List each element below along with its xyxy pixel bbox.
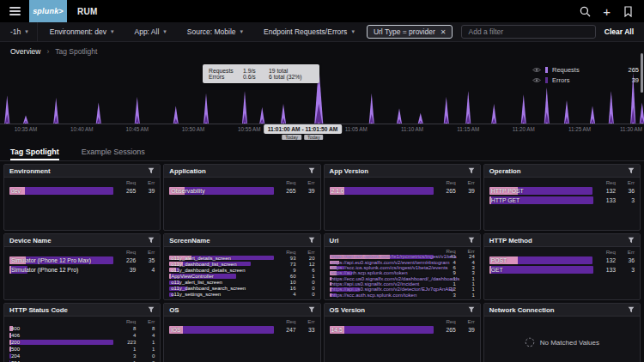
- add-filter-input[interactable]: Add a filter: [461, 25, 595, 39]
- request-bar: [330, 326, 434, 334]
- source-dropdown[interactable]: Source: Mobile ▾: [179, 22, 252, 41]
- tag-row-o11y-alert-list-screen[interactable]: o11y_alert_list_screen100: [169, 280, 314, 286]
- tag-row-post[interactable]: POST13236: [489, 256, 635, 265]
- bar-area: HTTP GET: [489, 196, 593, 205]
- panel-header: Environment: [4, 165, 160, 178]
- tag-row-simulator-iphone-12-pro-max[interactable]: Simulator (iPhone 12 Pro Max)22635: [9, 256, 155, 265]
- tag-row-http-get[interactable]: HTTP GET1333: [489, 196, 635, 205]
- tag-row-204[interactable]: 20430: [9, 353, 155, 359]
- filter-funnel-icon[interactable]: [628, 167, 635, 174]
- legend-errors[interactable]: Errors 39: [532, 75, 639, 85]
- tag-row-o11y-dashboard-search-screen[interactable]: o11y_dashboard_search_screen160: [169, 286, 314, 292]
- req-value: 132: [593, 188, 616, 194]
- environment-dropdown[interactable]: Environment: dev ▾: [41, 22, 123, 41]
- menu-icon[interactable]: [0, 7, 29, 15]
- tag-row-appviewcontroller[interactable]: AppViewController601: [169, 273, 314, 279]
- x-axis-tick: 11:10 AM: [401, 126, 423, 132]
- err-column-header: Err: [136, 179, 155, 185]
- tag-row-406[interactable]: 40644: [9, 332, 155, 339]
- tag-row-http-post[interactable]: HTTP POST13236: [489, 186, 635, 196]
- chevron-down-icon: ▾: [240, 28, 244, 35]
- bar-label: AppViewController: [171, 273, 214, 279]
- clear-all-button[interactable]: Clear All: [605, 27, 637, 36]
- metric-dropdown[interactable]: Endpoint Requests/Errors ▾: [255, 22, 363, 41]
- x-axis-tick: 10:45 AM: [125, 126, 149, 132]
- app-dropdown[interactable]: App: All ▾: [125, 22, 174, 41]
- req-value: 133: [593, 197, 616, 203]
- filter-funnel-icon[interactable]: [148, 237, 155, 244]
- tag-row-https-scc-auth-scp-splunk-com-token[interactable]: https://scc.auth.scp.splunk.com/token31: [330, 293, 475, 298]
- tag-row-2-1-0[interactable]: 2.1.026539: [330, 186, 475, 196]
- req-value: 4: [113, 333, 136, 338]
- eye-icon[interactable]: [532, 67, 541, 73]
- filter-chip-url-type[interactable]: Url Type = provider ✕: [367, 25, 453, 39]
- chart-x-axis: 11:01:00 AM - 11:01:50 AM Today Today 10…: [0, 124, 644, 143]
- panel-body: ReqErrSimulator (iPhone 12 Pro Max)22635…: [4, 247, 160, 299]
- panel-title: OS Version: [330, 306, 366, 314]
- create-icon[interactable]: +: [603, 6, 611, 17]
- filter-funnel-icon[interactable]: [308, 237, 315, 244]
- splunk-logo[interactable]: splunk>: [29, 0, 67, 22]
- bookmark-icon[interactable]: [623, 6, 634, 17]
- filter-funnel-icon[interactable]: [148, 306, 155, 313]
- tooltip-requests-label: Requests: [209, 68, 243, 74]
- scrollbar[interactable]: [641, 53, 643, 93]
- source-label: Source: Mobile: [187, 27, 236, 36]
- filter-funnel-icon[interactable]: [468, 237, 475, 244]
- topbar: splunk> RUM +: [0, 0, 644, 22]
- tag-row-200[interactable]: 2002231: [9, 339, 155, 346]
- panel-title: Application: [169, 167, 205, 175]
- req-value: 4: [274, 292, 296, 297]
- tag-row-14-5[interactable]: 14.526539: [330, 325, 475, 335]
- tag-row-dev[interactable]: dev26539: [9, 186, 155, 196]
- columns-header: ReqErr: [169, 317, 314, 325]
- panel-body: ReqErrHTTP POST13236HTTP GET1333: [484, 178, 640, 230]
- time-range-dropdown[interactable]: -1h ▾: [7, 22, 38, 41]
- tab-example-sessions[interactable]: Example Sessions: [82, 148, 145, 160]
- tag-row-400[interactable]: 40088: [9, 325, 155, 332]
- panel-network-connection: Network ConnectionNo Matched Values: [483, 303, 641, 362]
- filter-funnel-icon[interactable]: [148, 167, 155, 174]
- legend-requests-label: Requests: [552, 66, 580, 74]
- filter-funnel-icon[interactable]: [468, 306, 475, 313]
- close-icon[interactable]: ✕: [440, 28, 447, 36]
- filter-funnel-icon[interactable]: [628, 306, 635, 313]
- req-value: 39: [113, 267, 136, 273]
- tag-row-simulator-iphone-12-pro[interactable]: Simulator (iPhone 12 Pro)394: [9, 265, 155, 275]
- filter-funnel-icon[interactable]: [308, 306, 315, 313]
- columns-header: ReqErr: [9, 317, 155, 325]
- err-column-header: Err: [296, 249, 315, 255]
- bar-label: o11y_dashboard_details_screen: [171, 267, 245, 273]
- breadcrumb-overview[interactable]: Overview: [10, 47, 40, 56]
- tag-row-o11y-settings-screen[interactable]: o11y_settings_screen40: [169, 292, 314, 298]
- err-column-header: Err: [456, 318, 475, 324]
- err-value: 3: [616, 267, 635, 273]
- panel-title: App Version: [330, 167, 369, 175]
- columns-header: ReqErr: [330, 317, 475, 325]
- req-value: 226: [113, 257, 136, 263]
- tag-row-observability[interactable]: Observability26539: [169, 186, 314, 196]
- tag-row-o11y-dashboard-list-screen[interactable]: o11y_dashboard_list_screen7312: [169, 261, 314, 267]
- err-value: 0: [296, 292, 315, 297]
- tab-tag-spotlight[interactable]: Tag Spotlight: [10, 148, 59, 160]
- requests-errors-chart[interactable]: Requests 1.9/s 19 total Errors 0.6/s 6 t…: [0, 61, 644, 124]
- filter-funnel-icon[interactable]: [628, 237, 635, 244]
- selected-time-range[interactable]: 11:01:00 AM - 11:01:50 AM Today Today: [264, 124, 343, 140]
- tag-row-o11y-dashboard-details-screen[interactable]: o11y_dashboard_details_screen96: [169, 267, 314, 273]
- bar-area: iOS: [169, 325, 273, 335]
- eye-icon[interactable]: [532, 77, 541, 83]
- tag-row-get[interactable]: GET1333: [489, 265, 635, 275]
- tag-row-o11y-alert-details-screen[interactable]: o11y_alert_details_screen9320: [169, 255, 314, 261]
- search-icon[interactable]: [580, 6, 591, 17]
- tag-row-ios[interactable]: iOS24733: [169, 325, 314, 335]
- panel-header: App Version: [325, 165, 480, 178]
- filter-funnel-icon[interactable]: [308, 167, 315, 174]
- err-value: 4: [456, 260, 475, 265]
- chevron-down-icon: ▾: [111, 28, 114, 35]
- tag-row-500[interactable]: 50011: [9, 346, 155, 353]
- legend-requests[interactable]: Requests 265: [532, 64, 639, 75]
- filter-funnel-icon[interactable]: [468, 167, 475, 174]
- columns-header: ReqErr: [169, 248, 314, 255]
- panel-title: HTTP Status Code: [9, 306, 68, 314]
- tooltip-errors-label: Errors: [209, 74, 243, 80]
